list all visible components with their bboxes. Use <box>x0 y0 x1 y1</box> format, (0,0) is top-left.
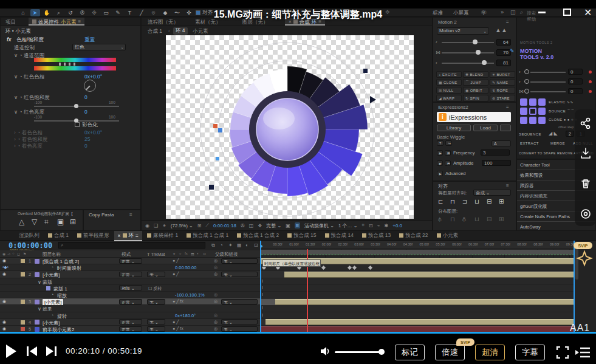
motion2-tool-excite[interactable]: +EXCITE <box>436 71 462 78</box>
stopwatch-icon[interactable]: ◔ <box>51 292 53 297</box>
align-icon-4[interactable]: ⊟ <box>487 198 492 205</box>
overlord-tool-icon[interactable]: ⌗ <box>44 218 49 226</box>
mask-mode-dropdown[interactable]: 相加 ⌄ <box>119 285 142 290</box>
timeline-tab[interactable]: 预合成 1 合成 2 <box>233 231 283 240</box>
motion2-tool-warp[interactable]: ◢WARP <box>436 95 462 101</box>
timeline-tab[interactable]: 小元素 <box>433 231 462 240</box>
distribute-icon-5[interactable]: ⊞ <box>499 216 504 222</box>
play-mini-icon[interactable]: ▶ <box>437 150 443 156</box>
distribute-icon-4[interactable]: ⊟ <box>487 216 492 222</box>
blend-mode-dropdown[interactable]: 正常 ⌄ <box>119 299 142 304</box>
mt-slider-knob[interactable] <box>524 79 529 84</box>
eye-icon[interactable]: ◉ <box>2 299 6 304</box>
anchor-grid-cell[interactable] <box>529 117 536 124</box>
composition-canvas[interactable] <box>166 35 414 219</box>
extract-button[interactable]: EXTRACT <box>520 142 539 145</box>
statusbar-icon[interactable]: ✱ <box>385 223 389 228</box>
property-value[interactable]: -100.0,100.1% <box>175 292 205 298</box>
motion2-tool-null[interactable]: ⊞NULL <box>436 87 462 94</box>
mt-slider-track[interactable] <box>530 91 566 92</box>
parent-pickwhip-icon[interactable]: ◎ <box>214 326 218 331</box>
breadcrumb-current[interactable]: 环 4 <box>173 27 188 35</box>
motion2-tool-clone[interactable]: ▦CLONE <box>436 79 462 86</box>
timeline-tab[interactable]: 合成 1 <box>44 231 72 240</box>
statusbar-icon[interactable]: ✇ <box>241 223 245 228</box>
motion2-tool-orbit[interactable]: ◉ORBIT <box>463 87 488 94</box>
statusbar-icon[interactable]: ❏ <box>154 223 158 228</box>
channel-dropdown[interactable]: 红色⌄ <box>72 44 126 50</box>
stopwatch-icon[interactable]: ◔ <box>51 265 53 269</box>
fullscreen-button[interactable] <box>555 345 570 360</box>
label-color-swatch[interactable] <box>21 300 25 304</box>
motion2-slider-knob[interactable] <box>482 60 487 65</box>
timeline-row[interactable]: ◉1[预合成 1 合成 2]正常 ⌄● ╱◎无 ⌄ <box>0 258 260 264</box>
panel-menu-icon[interactable]: ≡ <box>506 105 509 110</box>
download-icon[interactable] <box>580 147 592 159</box>
parent-dropdown[interactable]: 无 ⌄ <box>221 319 258 325</box>
mt-slider-value[interactable]: 0 <box>568 78 583 84</box>
timeline-option-icon[interactable]: ◔ <box>220 242 223 248</box>
statusbar-control[interactable]: 1 个… ⌄ <box>338 222 358 229</box>
mark-button[interactable]: 标记 <box>395 345 425 360</box>
timeline-row[interactable]: ◉3[小元素]正常 ⌄无 ⌄● ╱ fx◎无 ⌄ <box>0 298 260 305</box>
timeline-option-icon[interactable]: ◐ <box>245 242 248 248</box>
range-handle[interactable] <box>64 63 66 66</box>
motion2-tool-stare[interactable]: ⊛STARE <box>490 95 515 101</box>
record-icon[interactable] <box>580 208 592 220</box>
timeline-tab[interactable]: 渲染队列 <box>15 231 43 240</box>
panel-menu-icon[interactable]: ≡ <box>506 183 509 188</box>
statusbar-control[interactable]: 0:00:01:18 <box>213 223 236 228</box>
align-to-dropdown[interactable]: 合成 ⌄ <box>473 190 511 196</box>
sequence-label[interactable]: SEQUENCE <box>519 132 541 136</box>
breadcrumb-right[interactable]: 小元素 <box>193 28 208 35</box>
parent-dropdown[interactable]: 无 ⌄ <box>221 272 258 277</box>
statusbar-icon[interactable]: ▣ <box>286 223 290 228</box>
distribute-icon-2[interactable]: ⫚ <box>462 216 466 223</box>
timeline-tab[interactable]: 预合成 15 <box>284 231 320 240</box>
timeline-row[interactable]: ∨ 效果 <box>0 305 260 312</box>
saturation-slider-knob[interactable] <box>74 104 78 108</box>
anchor-grid-cell[interactable] <box>520 98 527 106</box>
eye-icon[interactable]: ◉ <box>2 258 6 263</box>
frequency-value[interactable]: 3 <box>481 149 510 156</box>
overlord-tool-icon[interactable]: ▣ <box>57 218 64 226</box>
keyframe-nav[interactable]: ‹◆› <box>2 265 9 270</box>
mt-slider-knob[interactable] <box>524 69 529 74</box>
motion2-tool-blend[interactable]: ❋BLEND <box>463 71 488 78</box>
motion2-tool-name[interactable]: ✎NAME <box>490 79 515 86</box>
motion2-slider-value[interactable]: 81 <box>496 60 511 66</box>
pin-favorite-icon[interactable] <box>576 250 593 267</box>
statusbar-icon[interactable]: ⊞ <box>197 223 202 228</box>
align-icon-1[interactable]: ⊓ <box>450 198 455 205</box>
label-color-swatch[interactable] <box>21 272 25 276</box>
work-area-bar[interactable] <box>261 250 574 255</box>
layer-duration-bar[interactable] <box>275 299 574 305</box>
quality-button[interactable]: 超清 <box>475 345 505 360</box>
motion2-tool-jump[interactable]: ⌒JUMP <box>463 79 488 86</box>
motion2-preset-dropdown[interactable]: Motion v2⌄ <box>437 27 489 35</box>
timeline-row[interactable]: ∨ 蒙版 <box>0 278 260 285</box>
mask-color-swatch[interactable] <box>46 286 50 290</box>
mt-slider-track[interactable] <box>530 72 566 73</box>
label-color-swatch[interactable] <box>21 327 25 331</box>
play-mini-icon[interactable]: ▶ <box>437 160 443 166</box>
statusbar-icon[interactable]: ⟋ <box>206 222 210 228</box>
breadcrumb-left[interactable]: 合成 1 <box>148 28 162 35</box>
parent-dropdown[interactable]: 无 ⌄ <box>221 258 258 264</box>
close-icon[interactable]: × <box>118 233 121 239</box>
mt-slider-value[interactable]: 0 <box>568 88 583 94</box>
blend-mode-dropdown[interactable]: 正常 ⌄ <box>119 326 142 332</box>
parent-pickwhip-icon[interactable]: ◎ <box>214 272 218 276</box>
range-handle[interactable] <box>59 63 61 66</box>
parent-dropdown[interactable]: 无 ⌄ <box>221 299 258 304</box>
mask-inverted-checkbox[interactable]: ☐ 反转 <box>148 286 162 292</box>
motion2-slider-knob[interactable] <box>473 39 478 44</box>
panel-menu-icon[interactable]: ≡ <box>129 212 132 218</box>
statusbar-icon[interactable]: ⚭ <box>162 223 166 228</box>
timeline-row[interactable]: ◔旋转0x+180.0°◎ <box>0 312 260 319</box>
align-icon-2[interactable]: ⊐ <box>462 198 467 205</box>
apply-button[interactable]: A <box>492 140 511 146</box>
range-handle[interactable] <box>74 63 75 66</box>
hue-range-bar-bottom[interactable] <box>34 66 116 70</box>
statusbar-control[interactable]: 活动摄像机 ⌄ <box>304 222 334 229</box>
